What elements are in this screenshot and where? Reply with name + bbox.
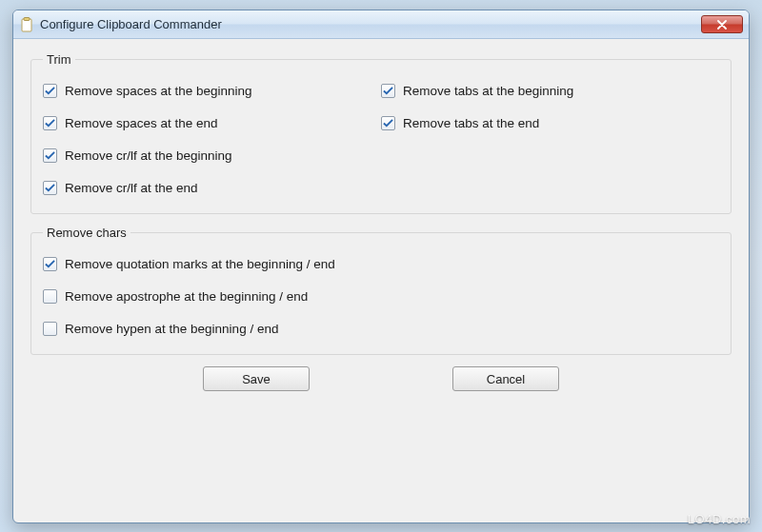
clipboard-icon — [19, 17, 34, 32]
checkbox-remove-crlf-beginning[interactable] — [43, 148, 57, 163]
checkbox-remove-quotes[interactable] — [43, 257, 57, 271]
cancel-button[interactable]: Cancel — [452, 366, 559, 391]
client-area: Trim Remove spaces at the beginning Remo… — [13, 39, 749, 401]
window-title: Configure Clipboard Commander — [40, 17, 701, 31]
label-remove-hyphen: Remove hypen at the beginning / end — [65, 322, 278, 336]
titlebar[interactable]: Configure Clipboard Commander — [13, 10, 749, 39]
remove-chars-legend: Remove chars — [43, 226, 130, 240]
trim-right-column: Remove tabs at the beginning Remove tabs… — [381, 74, 719, 204]
svg-rect-0 — [22, 19, 31, 31]
checkbox-remove-crlf-end[interactable] — [43, 181, 57, 195]
label-remove-spaces-end: Remove spaces at the end — [65, 116, 218, 130]
label-remove-apostrophe: Remove apostrophe at the beginning / end — [65, 289, 308, 304]
checkbox-remove-apostrophe[interactable] — [43, 289, 57, 304]
trim-group: Trim Remove spaces at the beginning Remo… — [30, 52, 732, 214]
label-remove-spaces-beginning: Remove spaces at the beginning — [65, 84, 252, 98]
checkbox-remove-tabs-end[interactable] — [381, 116, 395, 130]
save-button[interactable]: Save — [203, 366, 310, 391]
trim-left-column: Remove spaces at the beginning Remove sp… — [43, 74, 381, 204]
checkbox-remove-spaces-end[interactable] — [43, 116, 57, 130]
close-icon — [717, 16, 727, 33]
checkbox-remove-tabs-beginning[interactable] — [381, 84, 395, 98]
watermark: LO4D.com — [688, 512, 751, 526]
svg-rect-1 — [24, 17, 30, 20]
label-remove-quotes: Remove quotation marks at the beginning … — [65, 257, 335, 271]
trim-legend: Trim — [43, 52, 75, 67]
label-remove-tabs-end: Remove tabs at the end — [403, 116, 539, 130]
label-remove-crlf-end: Remove cr/lf at the end — [65, 181, 198, 195]
label-remove-crlf-beginning: Remove cr/lf at the beginning — [65, 148, 232, 163]
checkbox-remove-spaces-beginning[interactable] — [43, 84, 57, 98]
label-remove-tabs-beginning: Remove tabs at the beginning — [403, 84, 573, 98]
configure-dialog: Configure Clipboard Commander Trim Remov… — [12, 10, 750, 523]
button-row: Save Cancel — [30, 366, 732, 391]
checkbox-remove-hyphen[interactable] — [43, 322, 57, 336]
remove-chars-group: Remove chars Remove quotation marks at t… — [30, 226, 732, 355]
close-button[interactable] — [701, 15, 743, 33]
